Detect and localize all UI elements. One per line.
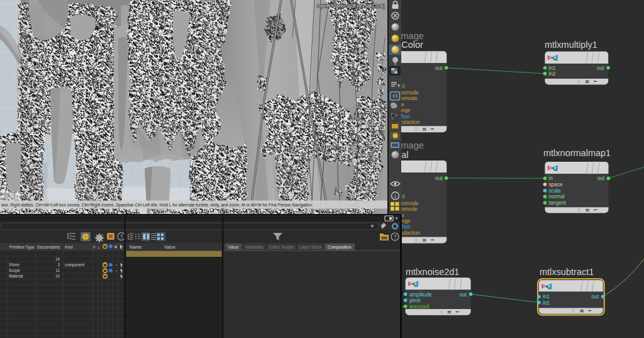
svg-text:Editor Nodes: Editor Nodes: [269, 245, 294, 249]
svg-text:uaddressmode: uaddressmode: [401, 201, 419, 206]
svg-text:vaddressmode: vaddressmode: [401, 206, 418, 212]
svg-text:texcoord: texcoord: [401, 194, 405, 200]
svg-text:texcoord: texcoord: [401, 84, 405, 89]
svg-text:Descendants: Descendants: [37, 245, 60, 249]
svg-text:11: 11: [55, 268, 60, 273]
svg-text:uaddressmode: uaddressmode: [401, 90, 419, 96]
svg-text:Value: Value: [164, 244, 175, 250]
svg-text:out: out: [459, 292, 467, 298]
svg-text:frameoffset: frameoffset: [401, 114, 411, 120]
svg-text:in: in: [549, 176, 553, 181]
svg-text:Scope: Scope: [9, 268, 20, 273]
svg-text:14: 14: [55, 257, 60, 261]
svg-text:in2: in2: [543, 300, 550, 306]
svg-text:Kind: Kind: [65, 245, 73, 249]
svg-text:tangent: tangent: [549, 200, 567, 206]
svg-text:framerange: framerange: [401, 108, 411, 113]
svg-text:frameoffset: frameoffset: [401, 224, 411, 230]
svg-text:component: component: [65, 262, 84, 268]
svg-text:Value: Value: [228, 245, 239, 249]
svg-text:i: i: [395, 193, 396, 200]
svg-text:mtlxnoise2d1: mtlxnoise2d1: [406, 267, 459, 277]
svg-text:mtlxmultiply1: mtlxmultiply1: [545, 40, 597, 50]
svg-text:Primitive Type: Primitive Type: [9, 245, 35, 250]
svg-text:ans. Right dollies. Ctrl+Alt+L: ans. Right dollies. Ctrl+Alt+Left box zo…: [1, 203, 313, 208]
svg-text:mtlxsubtract1: mtlxsubtract1: [540, 267, 594, 277]
svg-text:out: out: [597, 176, 604, 181]
svg-text:scale: scale: [549, 188, 562, 194]
svg-text:al: al: [401, 150, 408, 160]
svg-text:vaddressmode: vaddressmode: [401, 96, 418, 101]
svg-text:amplitude: amplitude: [409, 292, 432, 298]
svg-text:Composition: Composition: [328, 245, 352, 250]
svg-text:normal: normal: [549, 194, 565, 200]
svg-text:in1: in1: [543, 294, 550, 300]
svg-text:out: out: [592, 294, 599, 300]
svg-text:?: ?: [394, 234, 397, 240]
svg-text:out: out: [435, 65, 443, 71]
svg-text:frameendaction: frameendaction: [401, 120, 420, 125]
svg-text:out: out: [597, 65, 604, 71]
svg-text:Metadata: Metadata: [245, 245, 264, 249]
svg-text:in2: in2: [549, 71, 556, 77]
svg-text:3: 3: [57, 262, 60, 267]
svg-text:Name: Name: [130, 244, 142, 250]
svg-text:out: out: [435, 176, 443, 181]
svg-text:Material: Material: [9, 274, 23, 278]
svg-text:10: 10: [55, 274, 60, 278]
svg-text:Layer Stack: Layer Stack: [299, 245, 322, 250]
svg-text:texcoord: texcoord: [409, 304, 430, 310]
svg-text:Xform: Xform: [9, 262, 19, 267]
svg-text:framerange: framerange: [401, 218, 411, 224]
svg-text:mtlxnormalmap1: mtlxnormalmap1: [543, 148, 611, 158]
svg-text:frameendaction: frameendaction: [401, 230, 420, 236]
svg-text:?: ?: [120, 234, 123, 240]
svg-text:space: space: [549, 182, 563, 188]
svg-text:Color: Color: [401, 40, 423, 50]
svg-text:OptiX 7 W/b-S61/.bt.LUT[ 226]: OptiX 7 W/b-S61/.bt.LUT[ 226]: [317, 3, 386, 9]
svg-text:P: P: [93, 245, 96, 249]
svg-text:in1: in1: [549, 65, 556, 71]
svg-text:pivot: pivot: [409, 298, 421, 303]
